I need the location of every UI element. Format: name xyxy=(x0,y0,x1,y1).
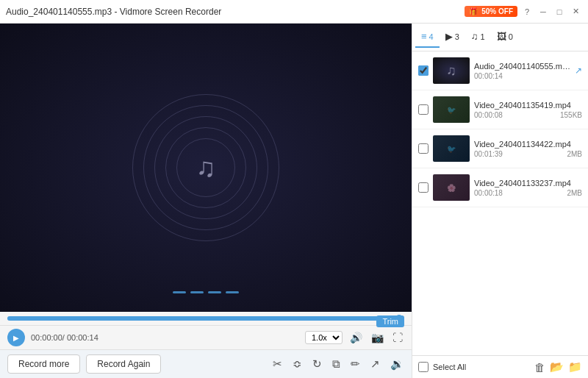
window-title: Audio_240401140555.mp3 - Vidmore Screen … xyxy=(6,7,221,17)
video-thumb-icon-2: 🐦 xyxy=(447,145,456,153)
file-size-1: 155KB xyxy=(560,111,582,119)
bottom-bar: Record more Record Again ✂ ≎ ↻ ⧉ ✏ ↗ 🔉 xyxy=(0,349,412,378)
file-meta-2: 00:01:39 2MB xyxy=(474,150,582,158)
file-duration-3: 00:00:18 xyxy=(474,189,503,197)
video-area: ♫ xyxy=(0,24,412,312)
scissor-icon[interactable]: ✂ xyxy=(273,357,282,371)
dash-2 xyxy=(190,291,204,293)
equalizer-icon[interactable]: ≎ xyxy=(293,357,302,371)
file-meta-3: 00:00:18 2MB xyxy=(474,189,582,197)
record-again-button[interactable]: Record Again xyxy=(86,354,161,374)
music-visual: ♫ xyxy=(140,101,272,234)
tab-video[interactable]: ▶ 3 xyxy=(440,26,465,48)
file-size-3: 2MB xyxy=(567,189,582,197)
tab-audio[interactable]: ♫ 1 xyxy=(465,26,491,48)
rotate-icon[interactable]: ↻ xyxy=(312,357,322,371)
delete-icon[interactable]: 🗑 xyxy=(534,361,545,374)
right-bottom-bar: Select All 🗑 📂 📁 xyxy=(412,355,588,378)
image-tab-icon: 🖼 xyxy=(497,31,506,42)
dash-1 xyxy=(173,291,186,293)
select-all-label: Select All xyxy=(433,363,530,371)
camera-icon[interactable]: 📷 xyxy=(370,330,385,345)
audio-thumb-icon: ♫ xyxy=(446,63,456,79)
list-tab-icon: ≡ xyxy=(421,31,427,42)
title-bar: Audio_240401140555.mp3 - Vidmore Screen … xyxy=(0,0,588,24)
file-list: ♫ Audio_240401140555.mp3 00:00:14 ↗ 🐦 xyxy=(412,51,588,355)
file-info-1: Video_240401135419.mp4 00:00:08 155KB xyxy=(474,101,582,119)
tabs-row: ≡ 4 ▶ 3 ♫ 1 🖼 0 xyxy=(412,24,588,51)
volume-adj-icon[interactable]: 🔉 xyxy=(390,357,404,371)
file-thumbnail-2: 🐦 xyxy=(433,135,470,162)
file-thumbnail-1: 🐦 xyxy=(433,96,470,123)
progress-fill xyxy=(7,316,384,321)
progress-track[interactable] xyxy=(7,316,404,321)
volume-icon[interactable]: 🔊 xyxy=(348,330,364,345)
file-checkbox-1[interactable] xyxy=(418,104,429,115)
record-more-button[interactable]: Record more xyxy=(7,354,80,374)
file-duration-2: 00:01:39 xyxy=(474,150,503,158)
dash-4 xyxy=(226,291,239,293)
share-icon-0[interactable]: ↗ xyxy=(575,65,582,76)
right-panel: ≡ 4 ▶ 3 ♫ 1 🖼 0 ♫ xyxy=(412,24,588,378)
play-icon: ▶ xyxy=(13,334,19,342)
main-layout: ♫ Trim ▶ 00:00:00/ 00 xyxy=(0,24,588,378)
copy-icon[interactable]: ⧉ xyxy=(332,357,340,371)
list-item[interactable]: 🐦 Video_240401135419.mp4 00:00:08 155KB xyxy=(412,90,588,129)
folder-icon[interactable]: 📂 xyxy=(550,360,564,374)
bottom-tools: ✂ ≎ ↻ ⧉ ✏ ↗ 🔉 xyxy=(273,357,404,371)
video-thumb-icon-3: 🌸 xyxy=(447,184,456,192)
player-panel: ♫ Trim ▶ 00:00:00/ 00 xyxy=(0,24,412,378)
fullscreen-icon[interactable]: ⛶ xyxy=(391,330,404,345)
maximize-button[interactable]: □ xyxy=(553,5,566,18)
close-button[interactable]: ✕ xyxy=(569,5,582,18)
progress-row: Trim xyxy=(7,316,404,321)
title-bar-left: Audio_240401140555.mp3 - Vidmore Screen … xyxy=(6,7,221,17)
select-all-checkbox[interactable] xyxy=(418,362,429,372)
file-name-1: Video_240401135419.mp4 xyxy=(474,101,582,110)
tab-list[interactable]: ≡ 4 xyxy=(415,26,440,48)
video-tab-icon: ▶ xyxy=(445,31,453,42)
edit-icon[interactable]: ✏ xyxy=(351,357,360,371)
list-item[interactable]: 🌸 Video_240401133237.mp4 00:00:18 2MB xyxy=(412,168,588,207)
file-meta-0: 00:00:14 xyxy=(474,72,570,80)
video-thumb-icon-1: 🐦 xyxy=(447,106,456,114)
video-tab-count: 3 xyxy=(455,32,459,41)
list-item[interactable]: ♫ Audio_240401140555.mp3 00:00:14 ↗ xyxy=(412,51,588,90)
file-name-3: Video_240401133237.mp4 xyxy=(474,179,582,188)
time-display: 00:00:00/ 00:00:14 xyxy=(31,333,98,342)
audio-tab-icon: ♫ xyxy=(471,31,478,42)
tab-image[interactable]: 🖼 0 xyxy=(491,26,519,48)
progress-area: Trim xyxy=(0,312,412,325)
music-note-icon: ♫ xyxy=(196,152,216,183)
file-checkbox-3[interactable] xyxy=(418,182,429,193)
file-thumbnail-3: 🌸 xyxy=(433,174,470,201)
file-name-2: Video_240401134422.mp4 xyxy=(474,140,582,149)
file-checkbox-2[interactable] xyxy=(418,143,429,154)
folder-open-icon[interactable]: 📁 xyxy=(568,360,582,374)
progress-dashes xyxy=(173,291,239,293)
minimize-button[interactable]: ─ xyxy=(537,5,550,18)
speed-select[interactable]: 1.0x 0.5x 1.5x 2.0x xyxy=(305,331,343,344)
file-thumbnail-0: ♫ xyxy=(433,57,470,84)
list-tab-count: 4 xyxy=(429,32,434,41)
file-size-2: 2MB xyxy=(567,150,582,158)
play-button[interactable]: ▶ xyxy=(7,329,25,346)
file-duration-0: 00:00:14 xyxy=(474,72,503,80)
dash-3 xyxy=(208,291,221,293)
image-tab-count: 0 xyxy=(509,32,513,41)
controls-bar: ▶ 00:00:00/ 00:00:14 1.0x 0.5x 1.5x 2.0x… xyxy=(0,325,412,349)
file-info-2: Video_240401134422.mp4 00:01:39 2MB xyxy=(474,140,582,158)
file-duration-1: 00:00:08 xyxy=(474,111,503,119)
file-name-0: Audio_240401140555.mp3 xyxy=(474,62,570,71)
title-bar-right: 50% OFF ? ─ □ ✕ xyxy=(465,5,582,18)
trim-button[interactable]: Trim xyxy=(376,315,404,327)
promo-badge[interactable]: 50% OFF xyxy=(465,6,517,17)
help-button[interactable]: ? xyxy=(520,5,534,18)
export-icon[interactable]: ↗ xyxy=(370,357,380,371)
file-info-0: Audio_240401140555.mp3 00:00:14 xyxy=(474,62,570,80)
file-meta-1: 00:00:08 155KB xyxy=(474,111,582,119)
audio-tab-count: 1 xyxy=(481,32,485,41)
file-info-3: Video_240401133237.mp4 00:00:18 2MB xyxy=(474,179,582,197)
file-checkbox-0[interactable] xyxy=(418,65,429,76)
list-item[interactable]: 🐦 Video_240401134422.mp4 00:01:39 2MB xyxy=(412,129,588,168)
